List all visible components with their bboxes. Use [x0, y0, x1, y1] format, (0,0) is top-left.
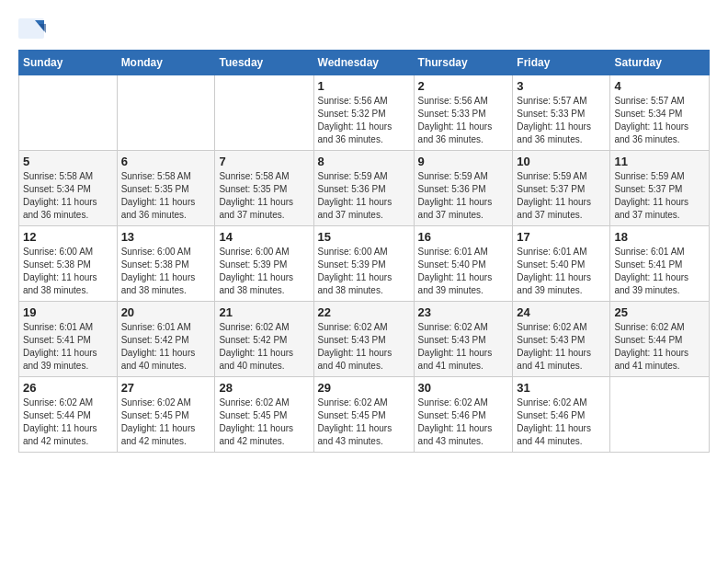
day-number: 20	[121, 305, 211, 319]
day-info-line: Sunset: 5:33 PM	[517, 108, 606, 121]
day-info-line: Sunrise: 6:01 AM	[23, 321, 113, 334]
day-number: 12	[23, 230, 113, 244]
weekday-header-thursday: Thursday	[414, 51, 513, 75]
day-cell	[19, 75, 118, 151]
day-info-line: Sunrise: 6:02 AM	[517, 321, 606, 334]
day-info-line: Daylight: 11 hours and 39 minutes.	[517, 271, 606, 297]
day-info-line: Daylight: 11 hours and 41 minutes.	[614, 347, 705, 373]
day-info-line: Sunset: 5:39 PM	[318, 259, 410, 271]
day-info-line: Sunrise: 6:00 AM	[121, 246, 211, 259]
day-info-line: Daylight: 11 hours and 38 minutes.	[121, 271, 211, 297]
day-info-line: Sunset: 5:40 PM	[418, 259, 509, 271]
day-cell: 31Sunrise: 6:02 AMSunset: 5:46 PMDayligh…	[513, 377, 610, 453]
day-info-line: Daylight: 11 hours and 43 minutes.	[418, 422, 509, 448]
page-header	[18, 18, 710, 40]
weekday-header-monday: Monday	[117, 51, 215, 75]
day-number: 3	[517, 79, 606, 93]
day-info-line: Sunrise: 6:01 AM	[614, 246, 705, 259]
day-info-line: Sunset: 5:33 PM	[418, 108, 509, 121]
day-cell: 30Sunrise: 6:02 AMSunset: 5:46 PMDayligh…	[414, 377, 513, 453]
day-info-line: Daylight: 11 hours and 41 minutes.	[517, 347, 606, 373]
day-info-line: Daylight: 11 hours and 38 minutes.	[23, 271, 113, 297]
day-info-line: Sunrise: 6:01 AM	[121, 321, 211, 334]
day-info-line: Sunrise: 5:56 AM	[418, 95, 509, 108]
day-info-line: Sunset: 5:37 PM	[517, 183, 606, 196]
day-number: 22	[318, 305, 410, 319]
day-number: 24	[517, 305, 606, 319]
day-cell: 20Sunrise: 6:01 AMSunset: 5:42 PMDayligh…	[117, 302, 215, 377]
day-cell: 26Sunrise: 6:02 AMSunset: 5:44 PMDayligh…	[19, 377, 118, 453]
day-number: 5	[23, 155, 113, 168]
day-info-line: Sunset: 5:41 PM	[23, 334, 113, 347]
day-info-line: Sunrise: 5:59 AM	[614, 170, 705, 183]
day-info-line: Daylight: 11 hours and 42 minutes.	[121, 422, 211, 448]
day-info-line: Daylight: 11 hours and 36 minutes.	[23, 196, 113, 222]
day-number: 27	[121, 381, 211, 395]
day-info-line: Daylight: 11 hours and 36 minutes.	[318, 121, 410, 146]
day-number: 13	[121, 230, 211, 244]
day-info-line: Sunset: 5:45 PM	[121, 409, 211, 422]
day-info-line: Sunset: 5:38 PM	[23, 259, 113, 271]
day-info-line: Daylight: 11 hours and 37 minutes.	[517, 196, 606, 222]
weekday-header-row: SundayMondayTuesdayWednesdayThursdayFrid…	[19, 51, 710, 75]
day-info-line: Sunrise: 6:02 AM	[219, 396, 309, 409]
day-number: 11	[614, 155, 705, 168]
day-info-line: Sunset: 5:42 PM	[121, 334, 211, 347]
day-number: 9	[418, 155, 509, 168]
day-info-line: Daylight: 11 hours and 44 minutes.	[517, 422, 606, 448]
day-info-line: Sunset: 5:41 PM	[614, 259, 705, 271]
week-row-4: 19Sunrise: 6:01 AMSunset: 5:41 PMDayligh…	[19, 302, 710, 377]
day-info-line: Sunrise: 6:02 AM	[418, 396, 509, 409]
day-info-line: Daylight: 11 hours and 40 minutes.	[219, 347, 309, 373]
day-info-line: Sunset: 5:46 PM	[517, 409, 606, 422]
day-info-line: Sunrise: 6:02 AM	[219, 321, 309, 334]
day-info-line: Daylight: 11 hours and 38 minutes.	[318, 271, 410, 297]
day-number: 14	[219, 230, 309, 244]
day-info-line: Daylight: 11 hours and 42 minutes.	[219, 422, 309, 448]
day-info-line: Sunrise: 5:59 AM	[318, 170, 410, 183]
week-row-1: 1Sunrise: 5:56 AMSunset: 5:32 PMDaylight…	[19, 75, 710, 151]
day-info-line: Sunrise: 6:02 AM	[517, 396, 606, 409]
day-number: 23	[418, 305, 509, 319]
day-cell: 6Sunrise: 5:58 AMSunset: 5:35 PMDaylight…	[117, 151, 215, 226]
day-info-line: Daylight: 11 hours and 36 minutes.	[418, 121, 509, 146]
day-cell: 22Sunrise: 6:02 AMSunset: 5:43 PMDayligh…	[313, 302, 414, 377]
day-info-line: Sunset: 5:37 PM	[614, 183, 705, 196]
day-info-line: Sunset: 5:32 PM	[318, 108, 410, 121]
day-number: 16	[418, 230, 509, 244]
day-number: 1	[318, 79, 410, 93]
weekday-header-tuesday: Tuesday	[215, 51, 313, 75]
day-info-line: Sunrise: 5:59 AM	[418, 170, 509, 183]
day-cell: 23Sunrise: 6:02 AMSunset: 5:43 PMDayligh…	[414, 302, 513, 377]
day-info-line: Sunrise: 5:57 AM	[517, 95, 606, 108]
day-info-line: Sunset: 5:43 PM	[318, 334, 410, 347]
day-number: 17	[517, 230, 606, 244]
day-number: 4	[614, 79, 705, 93]
day-info-line: Sunset: 5:38 PM	[121, 259, 211, 271]
day-info-line: Sunset: 5:46 PM	[418, 409, 509, 422]
day-cell	[117, 75, 215, 151]
day-cell: 8Sunrise: 5:59 AMSunset: 5:36 PMDaylight…	[313, 151, 414, 226]
day-info-line: Daylight: 11 hours and 36 minutes.	[517, 121, 606, 146]
day-number: 26	[23, 381, 113, 395]
day-info-line: Sunrise: 6:02 AM	[418, 321, 509, 334]
day-cell: 29Sunrise: 6:02 AMSunset: 5:45 PMDayligh…	[313, 377, 414, 453]
day-number: 6	[121, 155, 211, 168]
day-info-line: Sunrise: 6:00 AM	[23, 246, 113, 259]
day-cell: 4Sunrise: 5:57 AMSunset: 5:34 PMDaylight…	[610, 75, 710, 151]
weekday-header-wednesday: Wednesday	[313, 51, 414, 75]
day-info-line: Daylight: 11 hours and 42 minutes.	[23, 422, 113, 448]
day-cell: 24Sunrise: 6:02 AMSunset: 5:43 PMDayligh…	[513, 302, 610, 377]
day-info-line: Sunset: 5:34 PM	[614, 108, 705, 121]
day-info-line: Daylight: 11 hours and 41 minutes.	[418, 347, 509, 373]
day-info-line: Sunrise: 6:01 AM	[517, 246, 606, 259]
day-info-line: Daylight: 11 hours and 40 minutes.	[318, 347, 410, 373]
day-number: 7	[219, 155, 309, 168]
day-number: 21	[219, 305, 309, 319]
day-cell: 27Sunrise: 6:02 AMSunset: 5:45 PMDayligh…	[117, 377, 215, 453]
day-info-line: Sunset: 5:36 PM	[318, 183, 410, 196]
day-info-line: Sunrise: 6:01 AM	[418, 246, 509, 259]
day-number: 28	[219, 381, 309, 395]
day-cell: 3Sunrise: 5:57 AMSunset: 5:33 PMDaylight…	[513, 75, 610, 151]
day-info-line: Sunrise: 6:02 AM	[318, 321, 410, 334]
